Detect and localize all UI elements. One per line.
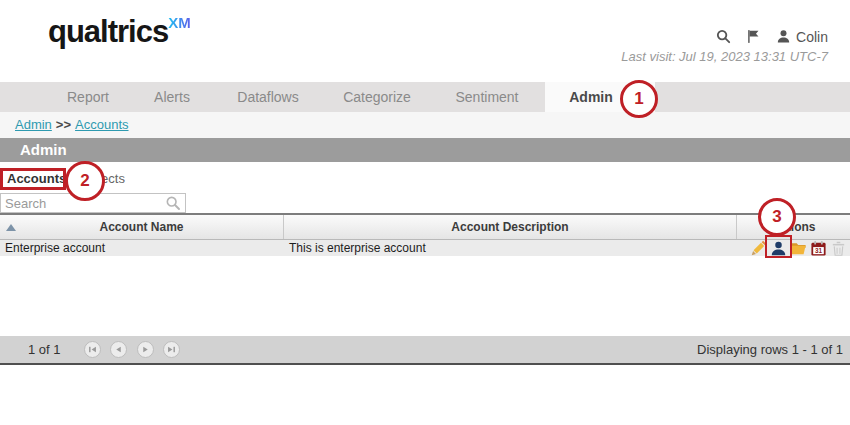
nav-tab-dataflows[interactable]: Dataflows xyxy=(233,82,303,112)
annotation-box-manage-users xyxy=(765,235,792,258)
pagination-last-button[interactable] xyxy=(163,341,180,358)
displaying-rows-label: Displaying rows 1 - 1 of 1 xyxy=(697,336,843,363)
section-title-bar: Admin xyxy=(0,138,850,162)
nav-tab-categorize[interactable]: Categorize xyxy=(341,82,413,112)
nav-tab-report[interactable]: Report xyxy=(58,82,118,112)
search-magnifier-icon[interactable] xyxy=(165,195,181,215)
table-header-row: Account Name Account Description Actions xyxy=(0,213,850,240)
top-header: qualtricsXM Colin Last visit: Jul 19, 20… xyxy=(0,0,850,82)
page-count-label: 1 of 1 xyxy=(28,336,61,363)
annotation-circle-1: 1 xyxy=(620,80,658,118)
calendar-day-label: 31 xyxy=(815,247,823,254)
cell-account-name: Enterprise account xyxy=(0,240,284,256)
pagination-previous-button[interactable] xyxy=(110,341,127,358)
admin-subtabs: Accounts Projects xyxy=(0,162,850,192)
annotation-circle-3: 3 xyxy=(758,198,796,236)
cell-actions: 31 xyxy=(737,240,850,256)
main-navbar: Report Alerts Dataflows Categorize Senti… xyxy=(0,82,850,112)
qualtrics-admin-page: qualtricsXM Colin Last visit: Jul 19, 20… xyxy=(0,0,850,425)
user-avatar-icon xyxy=(775,28,792,45)
pagination-next-button[interactable] xyxy=(137,341,154,358)
accounts-table: Account Name Account Description Actions… xyxy=(0,213,850,256)
cell-account-description: This is enterprise account xyxy=(284,240,737,256)
sort-ascending-icon[interactable] xyxy=(6,224,16,231)
breadcrumb-link-admin[interactable]: Admin xyxy=(15,117,52,132)
annotation-box-accounts xyxy=(0,168,66,190)
schedule-calendar-icon[interactable]: 31 xyxy=(810,240,827,256)
annotation-circle-2: 2 xyxy=(65,161,105,201)
table-row[interactable]: Enterprise account This is enterprise ac… xyxy=(0,240,850,256)
search-icon[interactable] xyxy=(715,28,732,45)
column-header-account-name[interactable]: Account Name xyxy=(0,215,284,239)
logo-xm-superscript: XM xyxy=(168,14,191,31)
open-folder-icon[interactable] xyxy=(790,240,807,256)
user-menu[interactable]: Colin xyxy=(775,28,828,45)
pagination-bar: 1 of 1 Displaying rows 1 - 1 of 1 xyxy=(0,336,850,365)
delete-trash-icon[interactable] xyxy=(830,240,847,256)
breadcrumb-separator: >> xyxy=(56,117,71,132)
nav-tab-sentiment[interactable]: Sentiment xyxy=(452,82,522,112)
breadcrumb: Admin>>Accounts xyxy=(0,112,850,138)
last-visit-label: Last visit: Jul 19, 2023 13:31 UTC-7 xyxy=(621,49,828,64)
logo-text: qualtrics xyxy=(48,14,168,49)
column-header-account-description[interactable]: Account Description xyxy=(284,215,737,239)
breadcrumb-link-accounts[interactable]: Accounts xyxy=(75,117,128,132)
username-label: Colin xyxy=(796,29,828,45)
flag-icon[interactable] xyxy=(745,28,762,45)
pagination-first-button[interactable] xyxy=(84,341,101,358)
page-title: Admin xyxy=(0,138,850,162)
qualtrics-logo: qualtricsXM xyxy=(48,14,191,50)
nav-tab-alerts[interactable]: Alerts xyxy=(146,82,198,112)
